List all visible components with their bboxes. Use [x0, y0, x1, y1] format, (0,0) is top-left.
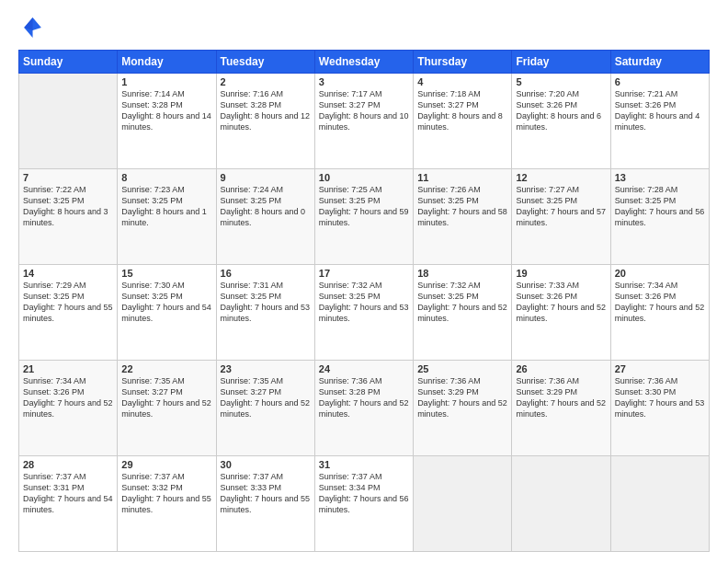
logo-icon	[18, 15, 44, 40]
calendar-cell	[512, 456, 610, 552]
calendar-cell: 7 Sunrise: 7:22 AMSunset: 3:25 PMDayligh…	[19, 169, 118, 265]
day-info: Sunrise: 7:14 AMSunset: 3:28 PMDaylight:…	[121, 88, 211, 133]
day-number: 9	[221, 172, 311, 183]
day-info: Sunrise: 7:26 AMSunset: 3:25 PMDaylight:…	[417, 184, 507, 229]
calendar-cell: 21 Sunrise: 7:34 AMSunset: 3:26 PMDaylig…	[19, 361, 118, 456]
day-number: 25	[417, 363, 507, 374]
day-info: Sunrise: 7:22 AMSunset: 3:25 PMDaylight:…	[23, 184, 113, 229]
day-info: Sunrise: 7:36 AMSunset: 3:28 PMDaylight:…	[319, 375, 409, 420]
calendar-week-3: 14 Sunrise: 7:29 AMSunset: 3:25 PMDaylig…	[19, 265, 710, 361]
calendar-cell: 18 Sunrise: 7:32 AMSunset: 3:25 PMDaylig…	[414, 265, 512, 361]
calendar-cell: 19 Sunrise: 7:33 AMSunset: 3:26 PMDaylig…	[512, 265, 610, 361]
calendar-week-5: 28 Sunrise: 7:37 AMSunset: 3:31 PMDaylig…	[19, 456, 710, 552]
calendar-cell: 29 Sunrise: 7:37 AMSunset: 3:32 PMDaylig…	[118, 456, 216, 552]
day-info: Sunrise: 7:29 AMSunset: 3:25 PMDaylight:…	[23, 280, 113, 325]
day-info: Sunrise: 7:31 AMSunset: 3:25 PMDaylight:…	[221, 280, 311, 325]
weekday-header-monday: Monday	[118, 51, 216, 74]
day-info: Sunrise: 7:34 AMSunset: 3:26 PMDaylight:…	[23, 375, 113, 420]
day-number: 4	[417, 76, 507, 87]
day-number: 20	[615, 268, 705, 279]
calendar-header-row: SundayMondayTuesdayWednesdayThursdayFrid…	[19, 51, 710, 74]
weekday-header-friday: Friday	[512, 51, 610, 74]
calendar-cell: 17 Sunrise: 7:32 AMSunset: 3:25 PMDaylig…	[314, 265, 413, 361]
day-number: 6	[615, 76, 705, 87]
calendar-cell	[610, 456, 709, 552]
day-number: 27	[615, 363, 705, 374]
day-info: Sunrise: 7:16 AMSunset: 3:28 PMDaylight:…	[221, 88, 311, 133]
day-info: Sunrise: 7:28 AMSunset: 3:25 PMDaylight:…	[615, 184, 705, 229]
calendar-week-2: 7 Sunrise: 7:22 AMSunset: 3:25 PMDayligh…	[19, 169, 710, 265]
calendar-cell: 3 Sunrise: 7:17 AMSunset: 3:27 PMDayligh…	[314, 74, 413, 169]
day-info: Sunrise: 7:27 AMSunset: 3:25 PMDaylight:…	[516, 184, 606, 229]
calendar-cell: 31 Sunrise: 7:37 AMSunset: 3:34 PMDaylig…	[314, 456, 413, 552]
day-number: 10	[319, 172, 409, 183]
day-info: Sunrise: 7:24 AMSunset: 3:25 PMDaylight:…	[221, 184, 311, 229]
day-number: 29	[121, 459, 211, 470]
calendar-cell: 10 Sunrise: 7:25 AMSunset: 3:25 PMDaylig…	[314, 169, 413, 265]
day-number: 30	[221, 459, 311, 470]
day-number: 26	[516, 363, 606, 374]
calendar-cell: 27 Sunrise: 7:36 AMSunset: 3:30 PMDaylig…	[610, 361, 709, 456]
calendar-table: SundayMondayTuesdayWednesdayThursdayFrid…	[18, 50, 710, 552]
day-number: 7	[23, 172, 113, 183]
calendar-cell: 28 Sunrise: 7:37 AMSunset: 3:31 PMDaylig…	[19, 456, 118, 552]
calendar-cell: 9 Sunrise: 7:24 AMSunset: 3:25 PMDayligh…	[216, 169, 314, 265]
calendar-cell: 4 Sunrise: 7:18 AMSunset: 3:27 PMDayligh…	[414, 74, 512, 169]
day-info: Sunrise: 7:17 AMSunset: 3:27 PMDaylight:…	[319, 88, 409, 133]
day-number: 21	[23, 363, 113, 374]
day-number: 14	[23, 268, 113, 279]
calendar-cell: 16 Sunrise: 7:31 AMSunset: 3:25 PMDaylig…	[216, 265, 314, 361]
day-info: Sunrise: 7:35 AMSunset: 3:27 PMDaylight:…	[121, 375, 211, 420]
calendar-cell	[19, 74, 118, 169]
day-number: 1	[121, 76, 211, 87]
calendar-week-1: 1 Sunrise: 7:14 AMSunset: 3:28 PMDayligh…	[19, 74, 710, 169]
day-info: Sunrise: 7:35 AMSunset: 3:27 PMDaylight:…	[221, 375, 311, 420]
calendar-cell: 1 Sunrise: 7:14 AMSunset: 3:28 PMDayligh…	[118, 74, 216, 169]
day-info: Sunrise: 7:37 AMSunset: 3:32 PMDaylight:…	[121, 471, 211, 516]
calendar-cell: 6 Sunrise: 7:21 AMSunset: 3:26 PMDayligh…	[610, 74, 709, 169]
day-number: 17	[319, 268, 409, 279]
day-info: Sunrise: 7:36 AMSunset: 3:29 PMDaylight:…	[516, 375, 606, 420]
day-number: 18	[417, 268, 507, 279]
calendar-week-4: 21 Sunrise: 7:34 AMSunset: 3:26 PMDaylig…	[19, 361, 710, 456]
day-info: Sunrise: 7:23 AMSunset: 3:25 PMDaylight:…	[121, 184, 211, 229]
day-number: 24	[319, 363, 409, 374]
day-info: Sunrise: 7:37 AMSunset: 3:34 PMDaylight:…	[319, 471, 409, 516]
calendar-cell: 12 Sunrise: 7:27 AMSunset: 3:25 PMDaylig…	[512, 169, 610, 265]
day-info: Sunrise: 7:30 AMSunset: 3:25 PMDaylight:…	[121, 280, 211, 325]
weekday-header-tuesday: Tuesday	[216, 51, 314, 74]
calendar-cell: 23 Sunrise: 7:35 AMSunset: 3:27 PMDaylig…	[216, 361, 314, 456]
weekday-header-thursday: Thursday	[414, 51, 512, 74]
day-number: 11	[417, 172, 507, 183]
day-info: Sunrise: 7:20 AMSunset: 3:26 PMDaylight:…	[516, 88, 606, 133]
header	[18, 15, 710, 40]
day-number: 3	[319, 76, 409, 87]
day-number: 28	[23, 459, 113, 470]
day-info: Sunrise: 7:21 AMSunset: 3:26 PMDaylight:…	[615, 88, 705, 133]
calendar-cell: 30 Sunrise: 7:37 AMSunset: 3:33 PMDaylig…	[216, 456, 314, 552]
calendar-cell: 20 Sunrise: 7:34 AMSunset: 3:26 PMDaylig…	[610, 265, 709, 361]
day-info: Sunrise: 7:37 AMSunset: 3:31 PMDaylight:…	[23, 471, 113, 516]
day-number: 31	[319, 459, 409, 470]
day-info: Sunrise: 7:37 AMSunset: 3:33 PMDaylight:…	[221, 471, 311, 516]
day-number: 5	[516, 76, 606, 87]
day-number: 8	[121, 172, 211, 183]
day-number: 15	[121, 268, 211, 279]
calendar-cell: 13 Sunrise: 7:28 AMSunset: 3:25 PMDaylig…	[610, 169, 709, 265]
calendar-cell: 5 Sunrise: 7:20 AMSunset: 3:26 PMDayligh…	[512, 74, 610, 169]
day-number: 13	[615, 172, 705, 183]
day-info: Sunrise: 7:25 AMSunset: 3:25 PMDaylight:…	[319, 184, 409, 229]
day-number: 16	[221, 268, 311, 279]
day-info: Sunrise: 7:32 AMSunset: 3:25 PMDaylight:…	[417, 280, 507, 325]
calendar-cell: 25 Sunrise: 7:36 AMSunset: 3:29 PMDaylig…	[414, 361, 512, 456]
calendar-cell: 8 Sunrise: 7:23 AMSunset: 3:25 PMDayligh…	[118, 169, 216, 265]
day-info: Sunrise: 7:36 AMSunset: 3:30 PMDaylight:…	[615, 375, 705, 420]
day-number: 23	[221, 363, 311, 374]
day-number: 22	[121, 363, 211, 374]
day-info: Sunrise: 7:33 AMSunset: 3:26 PMDaylight:…	[516, 280, 606, 325]
day-number: 19	[516, 268, 606, 279]
weekday-header-saturday: Saturday	[610, 51, 709, 74]
calendar-cell: 2 Sunrise: 7:16 AMSunset: 3:28 PMDayligh…	[216, 74, 314, 169]
page: SundayMondayTuesdayWednesdayThursdayFrid…	[0, 0, 728, 563]
logo	[18, 15, 48, 40]
